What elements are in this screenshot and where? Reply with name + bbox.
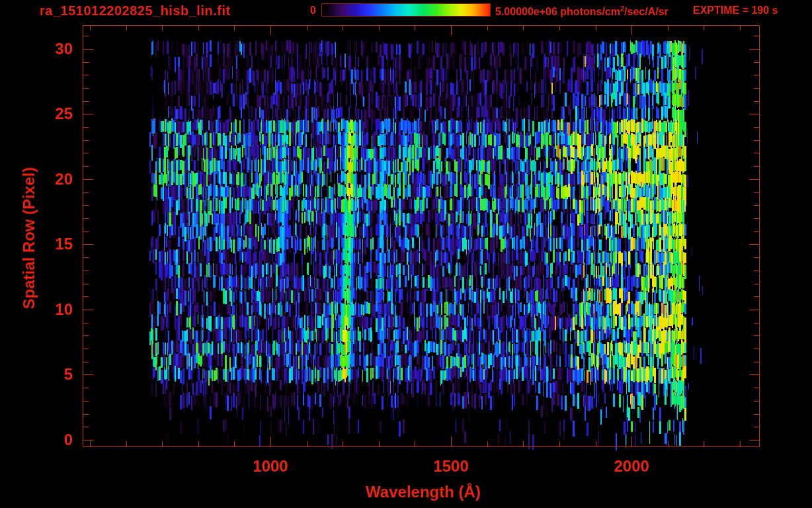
y-tick-label: 5 [22, 366, 73, 383]
x-tick-label: 1500 [433, 457, 468, 476]
y-tick-label: 15 [22, 235, 73, 253]
spectrogram-heatmap-canvas [0, 0, 812, 508]
colorbar-max-value: 5.00000e+06 photons/cm [495, 6, 620, 17]
x-tick-label: 1000 [253, 457, 288, 476]
y-tick-label: 20 [22, 171, 73, 188]
y-tick-label: 25 [22, 105, 73, 122]
y-tick-label: 0 [22, 431, 73, 448]
colorbar-max-units: /sec/A/sr [624, 6, 669, 17]
y-tick-label: 30 [22, 40, 73, 58]
colorbar-max-label: 5.00000e+06 photons/cm2/sec/A/sr [495, 5, 669, 18]
app-window: ra_151012202825_hisb_lin.fit 0 5.00000e+… [0, 0, 812, 508]
file-title: ra_151012202825_hisb_lin.fit [40, 3, 231, 19]
x-axis-title: Wavelength (Å) [366, 483, 481, 501]
y-tick-label: 10 [22, 301, 73, 318]
colorbar-min-label: 0 [290, 5, 316, 17]
exptime-label: EXPTIME = 190 s [693, 5, 778, 17]
colorbar-gradient [321, 3, 491, 17]
x-tick-label: 2000 [614, 457, 649, 476]
